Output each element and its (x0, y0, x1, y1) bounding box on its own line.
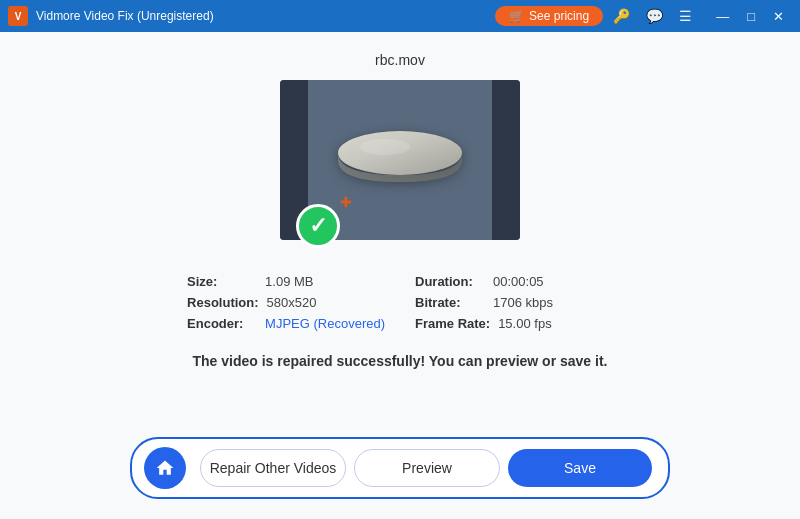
size-label: Size: (187, 274, 257, 289)
success-message: The video is repaired successfully! You … (193, 353, 608, 369)
framerate-row: Frame Rate: 15.00 fps (415, 316, 613, 331)
save-button[interactable]: Save (508, 449, 652, 487)
title-bar-right: 🛒 See pricing 🔑 💬 ☰ — □ ✕ (495, 6, 792, 26)
pricing-label: See pricing (529, 9, 589, 23)
home-button[interactable] (144, 447, 186, 489)
bitrate-label: Bitrate: (415, 295, 485, 310)
svg-point-1 (360, 139, 410, 155)
see-pricing-button[interactable]: 🛒 See pricing (495, 6, 603, 26)
key-icon-button[interactable]: 🔑 (607, 6, 636, 26)
video-3d-shape (330, 125, 470, 195)
resolution-label: Resolution: (187, 295, 259, 310)
title-bar: V Vidmore Video Fix (Unregistered) 🛒 See… (0, 0, 800, 32)
encoder-row: Encoder: MJPEG (Recovered) (187, 316, 385, 331)
title-bar-left: V Vidmore Video Fix (Unregistered) (8, 6, 214, 26)
maximize-button[interactable]: □ (739, 8, 763, 25)
framerate-label: Frame Rate: (415, 316, 490, 331)
repair-cursor-indicator: ✚ (340, 194, 352, 210)
resolution-row: Resolution: 580x520 (187, 295, 385, 310)
metadata-grid: Size: 1.09 MB Duration: 00:00:05 Resolut… (187, 274, 613, 331)
bitrate-value: 1706 kbps (493, 295, 553, 310)
encoder-label: Encoder: (187, 316, 257, 331)
preview-button[interactable]: Preview (354, 449, 500, 487)
bottom-actions-panel: Repair Other Videos Preview Save (130, 437, 670, 499)
close-button[interactable]: ✕ (765, 8, 792, 25)
chat-icon-button[interactable]: 💬 (640, 6, 669, 26)
bitrate-row: Bitrate: 1706 kbps (415, 295, 613, 310)
resolution-value: 580x520 (267, 295, 317, 310)
duration-row: Duration: 00:00:05 (415, 274, 613, 289)
app-title: Vidmore Video Fix (Unregistered) (36, 9, 214, 23)
framerate-value: 15.00 fps (498, 316, 552, 331)
size-value: 1.09 MB (265, 274, 313, 289)
repair-other-videos-button[interactable]: Repair Other Videos (200, 449, 346, 487)
duration-label: Duration: (415, 274, 485, 289)
menu-icon-button[interactable]: ☰ (673, 6, 698, 26)
window-controls: — □ ✕ (708, 8, 792, 25)
video-right-strip (492, 80, 520, 240)
app-logo: V (8, 6, 28, 26)
filename-label: rbc.mov (375, 52, 425, 68)
video-preview: ✓ ✚ (280, 80, 520, 240)
main-content: rbc.mov (0, 32, 800, 519)
minimize-button[interactable]: — (708, 8, 737, 25)
success-badge: ✓ (296, 204, 340, 248)
home-icon (155, 458, 175, 478)
cart-icon: 🛒 (509, 9, 524, 23)
size-row: Size: 1.09 MB (187, 274, 385, 289)
encoder-value: MJPEG (Recovered) (265, 316, 385, 331)
duration-value: 00:00:05 (493, 274, 544, 289)
